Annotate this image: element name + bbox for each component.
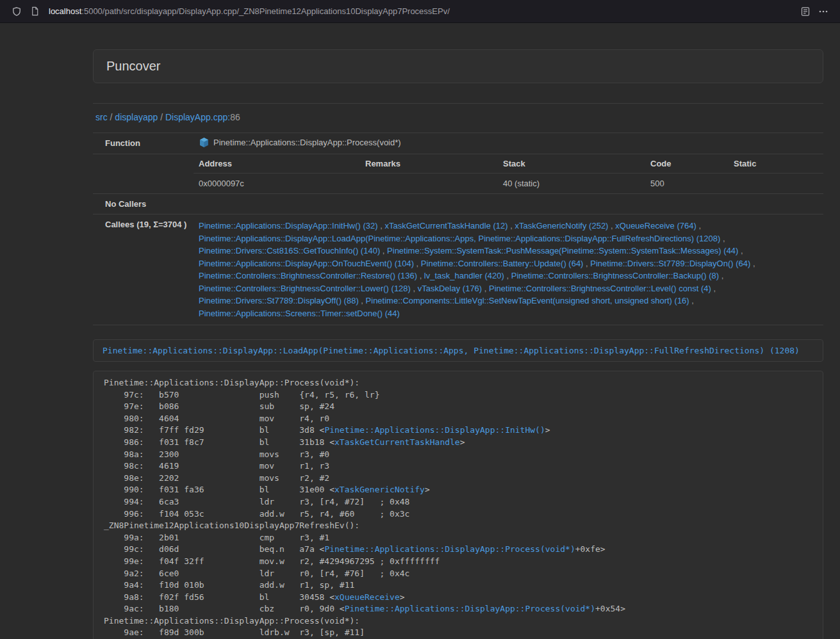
page-title: Puncover <box>106 59 810 74</box>
disassembly-symbol-link[interactable]: xTaskGetCurrentTaskHandle <box>334 437 460 447</box>
callee-separator: , <box>738 246 743 255</box>
static-value <box>729 174 823 194</box>
disassembly-symbol-link[interactable]: Pinetime::Applications::DisplayApp::Init… <box>324 425 545 435</box>
column-header-stack: Stack <box>498 154 645 174</box>
callee-link[interactable]: Pinetime::Controllers::BrightnessControl… <box>489 284 711 293</box>
callee-separator: , <box>378 221 385 231</box>
page-container: Puncover src / displayapp / DisplayApp.c… <box>93 49 823 639</box>
metrics-values-row: 0x0000097c 40 (static) 500 <box>194 174 823 194</box>
callees-label: Callees (19, Σ=3704 ) <box>93 214 194 325</box>
callee-separator: , <box>689 296 694 305</box>
callee-separator: , <box>508 221 515 231</box>
function-type-icon <box>199 137 210 150</box>
stack-value: 40 (static) <box>498 174 645 194</box>
disassembly-code: Pinetime::Applications::DisplayApp::Proc… <box>93 371 823 639</box>
disassembly-symbol-link[interactable]: Pinetime::Applications::DisplayApp::Proc… <box>345 604 595 613</box>
reader-view-icon[interactable] <box>796 3 814 20</box>
breadcrumb-link[interactable]: DisplayApp.cpp: <box>165 112 230 122</box>
app-header-panel: Puncover <box>93 49 823 83</box>
callee-link[interactable]: Pinetime::Controllers::BrightnessControl… <box>511 271 719 280</box>
callee-separator: , <box>359 296 366 305</box>
callee-link[interactable]: Pinetime::System::SystemTask::PushMessag… <box>387 246 738 255</box>
callee-link[interactable]: Pinetime::Controllers::BrightnessControl… <box>199 271 417 280</box>
site-identity-page-icon[interactable] <box>26 3 44 20</box>
tracking-protection-shield-icon[interactable] <box>8 3 26 20</box>
disassembly-symbol-link[interactable]: xQueueReceive <box>334 592 400 602</box>
breadcrumb-separator: / <box>158 112 165 122</box>
callee-separator: , <box>504 271 511 280</box>
more-actions-ellipsis-icon[interactable] <box>814 3 832 20</box>
callee-separator: , <box>696 221 701 231</box>
function-row: Function Pinetime::Applications::Display… <box>93 133 823 154</box>
remarks-value <box>360 174 498 194</box>
callee-separator: , <box>750 259 755 268</box>
breadcrumb-link[interactable]: displayapp <box>115 112 158 122</box>
no-callers-row: No Callers <box>93 194 823 214</box>
highlighted-callee-link[interactable]: Pinetime::Applications::DisplayApp::Load… <box>103 346 800 355</box>
callee-separator: , <box>720 234 725 243</box>
no-callers-label: No Callers <box>93 194 194 214</box>
callee-separator: , <box>411 284 418 293</box>
callee-separator: , <box>417 271 424 280</box>
callee-link[interactable]: Pinetime::Applications::DisplayApp::OnTo… <box>199 259 414 268</box>
url-path: :5000/path/src/displayapp/DisplayApp.cpp… <box>81 6 450 16</box>
column-header-address: Address <box>194 154 360 174</box>
column-header-code: Code <box>645 154 729 174</box>
breadcrumb-line-number: 86 <box>230 112 240 122</box>
metrics-table: Address Remarks Stack Code Static 0x0000… <box>194 154 823 193</box>
callee-separator: , <box>608 221 615 231</box>
disassembly-symbol-link[interactable]: Pinetime::Applications::DisplayApp::Proc… <box>324 544 575 554</box>
url-host: localhost <box>49 6 81 16</box>
callee-link[interactable]: xTaskGenericNotify (252) <box>515 221 609 231</box>
callee-separator: , <box>414 259 421 268</box>
callee-separator: , <box>719 271 723 280</box>
callee-link[interactable]: Pinetime::Applications::Screens::Timer::… <box>199 309 400 318</box>
callee-link[interactable]: Pinetime::Components::LittleVgl::SetNewT… <box>366 296 689 305</box>
callee-link[interactable]: Pinetime::Drivers::Cst816S::GetTouchInfo… <box>199 246 380 255</box>
divider <box>93 103 823 104</box>
metrics-row: Address Remarks Stack Code Static 0x0000… <box>93 154 823 194</box>
url-text[interactable]: localhost:5000/path/src/displayapp/Displ… <box>49 6 796 16</box>
callee-link[interactable]: xQueueReceive (764) <box>615 221 696 231</box>
callee-link[interactable]: Pinetime::Drivers::St7789::DisplayOn() (… <box>590 259 750 268</box>
code-size-value: 500 <box>645 174 729 194</box>
browser-url-bar[interactable]: localhost:5000/path/src/displayapp/Displ… <box>0 0 840 23</box>
callee-separator: , <box>482 284 489 293</box>
function-name: Pinetime::Applications::DisplayApp::Proc… <box>213 138 401 147</box>
callees-list: Pinetime::Applications::DisplayApp::Init… <box>194 214 823 325</box>
highlighted-callee-box: Pinetime::Applications::DisplayApp::Load… <box>93 339 823 362</box>
callees-row: Callees (19, Σ=3704 ) Pinetime::Applicat… <box>93 214 823 325</box>
callee-link[interactable]: vTaskDelay (176) <box>418 284 482 293</box>
callee-link[interactable]: lv_task_handler (420) <box>424 271 504 280</box>
callee-link[interactable]: Pinetime::Applications::DisplayApp::Init… <box>199 221 378 231</box>
callee-separator: , <box>380 246 387 255</box>
address-value: 0x0000097c <box>194 174 360 194</box>
callee-link[interactable]: Pinetime::Controllers::Battery::Update()… <box>421 259 584 268</box>
column-header-static: Static <box>729 154 823 174</box>
callee-link[interactable]: Pinetime::Drivers::St7789::DisplayOff() … <box>199 296 359 305</box>
callee-separator: , <box>583 259 590 268</box>
function-details-table: Function Pinetime::Applications::Display… <box>93 133 823 325</box>
breadcrumb-link[interactable]: src <box>95 112 108 122</box>
callee-link[interactable]: Pinetime::Applications::DisplayApp::Load… <box>199 234 720 243</box>
breadcrumb-separator: / <box>108 112 115 122</box>
disassembly-symbol-link[interactable]: xTaskGenericNotify <box>334 485 425 494</box>
callee-link[interactable]: xTaskGetCurrentTaskHandle (12) <box>384 221 507 231</box>
column-header-remarks: Remarks <box>360 154 498 174</box>
function-label: Function <box>93 133 194 154</box>
callee-separator: , <box>711 284 716 293</box>
callee-link[interactable]: Pinetime::Controllers::BrightnessControl… <box>199 284 411 293</box>
breadcrumb: src / displayapp / DisplayApp.cpp:86 <box>95 112 823 122</box>
